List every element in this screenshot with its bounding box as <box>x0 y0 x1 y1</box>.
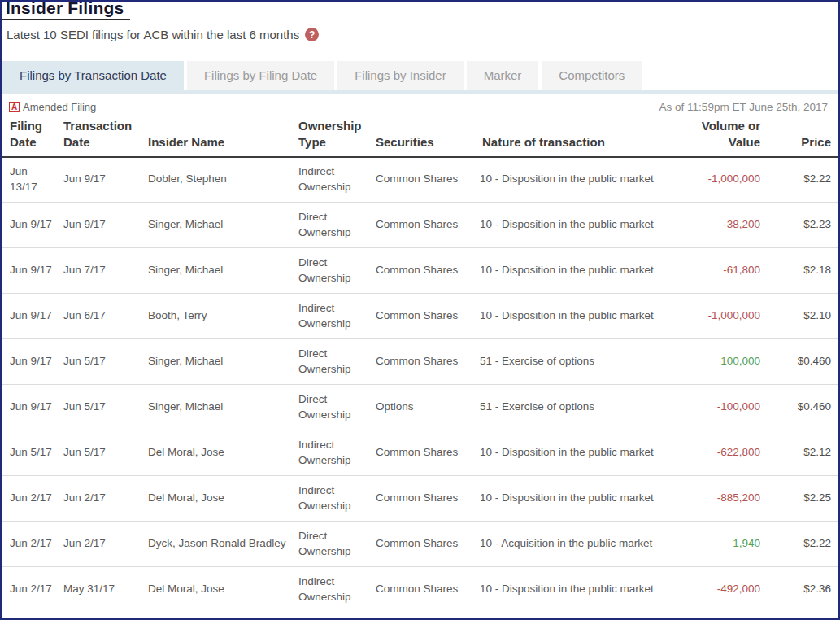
nature-cell: 10 - Disposition in the public market <box>475 567 690 613</box>
price-cell: $0.460 <box>764 385 838 430</box>
securities-cell: Common Shares <box>368 203 475 248</box>
price-cell: $2.36 <box>764 567 838 613</box>
price-cell: $0.460 <box>764 339 838 385</box>
meta-row: A Amended Filing As of 11:59pm ET June 2… <box>2 94 838 113</box>
transaction-date-cell: Jun 2/17 <box>56 522 141 567</box>
volume-cell: -1,000,000 <box>690 157 764 203</box>
volume-cell: -100,000 <box>690 385 764 430</box>
insider-name-cell: Del Moral, Jose <box>141 430 291 476</box>
column-header-ownership-type: Ownership Type <box>291 115 368 157</box>
column-header-price: Price <box>764 115 838 157</box>
securities-cell: Common Shares <box>368 567 475 613</box>
securities-cell: Common Shares <box>368 476 475 522</box>
ownership-type-cell: Direct Ownership <box>291 522 368 567</box>
filing-date-cell: Jun 5/17 <box>2 430 56 476</box>
volume-cell: -622,800 <box>690 430 764 476</box>
price-cell: $2.25 <box>764 476 838 522</box>
insider-name-cell: Singer, Michael <box>141 248 291 294</box>
volume-cell: 1,940 <box>690 522 764 567</box>
column-header-securities: Securities <box>368 115 475 157</box>
column-header-filing-date: Filing Date <box>2 115 56 157</box>
ownership-type-cell: Direct Ownership <box>291 385 368 430</box>
ownership-type-cell: Direct Ownership <box>291 203 368 248</box>
tab-filings-by-insider[interactable]: Filings by Insider <box>337 61 464 90</box>
transaction-date-cell: Jun 5/17 <box>56 430 141 476</box>
insider-name-cell: Dyck, Jason Ronald Bradley <box>141 522 291 567</box>
subtitle-row: Latest 10 SEDI filings for ACB within th… <box>7 28 838 41</box>
table-row: Jun 9/17Jun 5/17Singer, MichaelDirect Ow… <box>2 385 838 430</box>
tab-competitors[interactable]: Competitors <box>542 61 642 90</box>
column-header-insider-name: Insider Name <box>141 115 291 157</box>
securities-cell: Common Shares <box>368 522 475 567</box>
filing-date-cell: Jun 13/17 <box>2 157 56 203</box>
page-title: Insider Filings <box>2 0 130 20</box>
insider-name-cell: Singer, Michael <box>141 385 291 430</box>
filing-date-cell: Jun 9/17 <box>2 385 56 430</box>
nature-cell: 10 - Disposition in the public market <box>475 294 690 339</box>
transaction-date-cell: Jun 2/17 <box>56 476 141 522</box>
tab-filings-by-transaction-date[interactable]: Filings by Transaction Date <box>2 61 184 90</box>
transaction-date-cell: Jun 7/17 <box>56 248 141 294</box>
amended-filing-legend: A Amended Filing <box>9 101 96 113</box>
amended-filing-label: Amended Filing <box>23 101 96 113</box>
amended-filing-icon: A <box>9 102 20 112</box>
nature-cell: 10 - Disposition in the public market <box>475 430 690 476</box>
nature-cell: 51 - Exercise of options <box>475 339 690 385</box>
ownership-type-cell: Indirect Ownership <box>291 567 368 613</box>
column-header-transaction-date: Transaction Date <box>56 115 141 157</box>
securities-cell: Common Shares <box>368 430 475 476</box>
filing-date-cell: Jun 2/17 <box>2 476 56 522</box>
nature-cell: 10 - Disposition in the public market <box>475 476 690 522</box>
filing-date-cell: Jun 2/17 <box>2 522 56 567</box>
volume-cell: -1,000,000 <box>690 294 764 339</box>
insider-filings-widget: Insider Filings Latest 10 SEDI filings f… <box>2 2 838 613</box>
insider-name-cell: Booth, Terry <box>141 294 291 339</box>
filing-date-cell: Jun 9/17 <box>2 294 56 339</box>
volume-cell: -61,800 <box>690 248 764 294</box>
securities-cell: Options <box>368 385 475 430</box>
tab-marker[interactable]: Marker <box>467 61 539 90</box>
tab-filings-by-filing-date[interactable]: Filings by Filing Date <box>187 61 334 90</box>
table-row: Jun 5/17Jun 5/17Del Moral, JoseIndirect … <box>2 430 838 476</box>
filing-date-cell: Jun 9/17 <box>2 339 56 385</box>
securities-cell: Common Shares <box>368 339 475 385</box>
table-row: Jun 2/17May 31/17Del Moral, JoseIndirect… <box>2 567 838 613</box>
insider-name-cell: Singer, Michael <box>141 203 291 248</box>
table-row: Jun 9/17Jun 7/17Singer, MichaelDirect Ow… <box>2 248 838 294</box>
table-row: Jun 9/17Jun 9/17Singer, MichaelDirect Ow… <box>2 203 838 248</box>
transaction-date-cell: Jun 6/17 <box>56 294 141 339</box>
column-header-nature-of-transaction: Nature of transaction <box>475 115 690 157</box>
tab-bar: Filings by Transaction DateFilings by Fi… <box>2 61 838 90</box>
transaction-date-cell: May 31/17 <box>56 567 141 613</box>
ownership-type-cell: Indirect Ownership <box>291 157 368 203</box>
help-icon[interactable]: ? <box>305 28 319 41</box>
securities-cell: Common Shares <box>368 248 475 294</box>
ownership-type-cell: Indirect Ownership <box>291 430 368 476</box>
column-header-volume-or-value: Volume or Value <box>690 115 764 157</box>
volume-cell: -885,200 <box>690 476 764 522</box>
price-cell: $2.22 <box>764 522 838 567</box>
volume-cell: 100,000 <box>690 339 764 385</box>
as-of-timestamp: As of 11:59pm ET June 25th, 2017 <box>659 101 831 113</box>
price-cell: $2.10 <box>764 294 838 339</box>
filing-date-cell: Jun 9/17 <box>2 203 56 248</box>
price-cell: $2.22 <box>764 157 838 203</box>
transaction-date-cell: Jun 9/17 <box>56 157 141 203</box>
nature-cell: 51 - Exercise of options <box>475 385 690 430</box>
nature-cell: 10 - Acquisition in the public market <box>475 522 690 567</box>
ownership-type-cell: Indirect Ownership <box>291 476 368 522</box>
filing-date-cell: Jun 2/17 <box>2 567 56 613</box>
insider-name-cell: Dobler, Stephen <box>141 157 291 203</box>
securities-cell: Common Shares <box>368 294 475 339</box>
table-header-row: Filing DateTransaction DateInsider NameO… <box>2 115 838 157</box>
price-cell: $2.12 <box>764 430 838 476</box>
subtitle-text: Latest 10 SEDI filings for ACB within th… <box>7 28 299 41</box>
table-row: Jun 13/17Jun 9/17Dobler, StephenIndirect… <box>2 157 838 203</box>
ownership-type-cell: Direct Ownership <box>291 248 368 294</box>
ownership-type-cell: Indirect Ownership <box>291 294 368 339</box>
volume-cell: -492,000 <box>690 567 764 613</box>
insider-name-cell: Del Moral, Jose <box>141 567 291 613</box>
volume-cell: -38,200 <box>690 203 764 248</box>
price-cell: $2.18 <box>764 248 838 294</box>
ownership-type-cell: Direct Ownership <box>291 339 368 385</box>
